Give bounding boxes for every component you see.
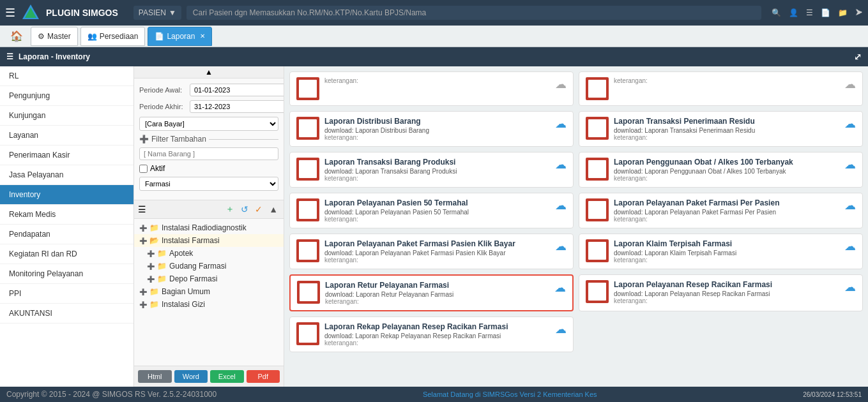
sidebar-item-jasa-pelayanan[interactable]: Jasa Pelayanan xyxy=(0,165,133,185)
tree-check-button[interactable]: ✓ xyxy=(253,204,264,215)
cloud-download-icon-8[interactable]: ☁ xyxy=(554,281,566,295)
report-info-klik-bayar: Laporan Pelayanan Paket Farmasi Pasien K… xyxy=(324,239,550,264)
sidebar-item-pendapatan[interactable]: Pendapatan xyxy=(0,225,133,244)
farmasi-select[interactable]: Farmasi xyxy=(139,177,278,191)
report-title-klik-bayar: Laporan Pelayanan Paket Farmasi Pasien K… xyxy=(324,239,550,248)
export-html-button[interactable]: Html xyxy=(138,370,172,383)
report-download-penggunaan-obat: download: Laporan Penggunaan Obat / Alke… xyxy=(614,168,839,175)
user-add-icon[interactable]: 👤 xyxy=(789,8,798,17)
search-icon[interactable]: 🔍 xyxy=(772,8,781,17)
pasien-selector[interactable]: PASIEN ▼ xyxy=(133,6,181,20)
scroll-up-indicator[interactable]: ▲ xyxy=(134,66,284,78)
cloud-download-icon-1[interactable]: ☁ xyxy=(844,117,856,131)
sidebar-item-monitoring-pelayanan[interactable]: Monitoring Pelayanan xyxy=(0,264,133,284)
file-icon[interactable]: 📄 xyxy=(821,8,830,17)
tree-node-instalasi-radiodiagnostik[interactable]: ➕ 📁 Instalasi Radiodiagnostik xyxy=(134,221,284,234)
tree-node-gudang-farmasi[interactable]: ➕ 📁 Gudang Farmasi xyxy=(134,260,284,272)
report-action-penggunaan-obat[interactable]: ☁ xyxy=(844,158,856,172)
aktif-checkbox[interactable] xyxy=(139,165,148,173)
report-keterangan-retur: keterangan: xyxy=(325,298,549,305)
hamburger-icon[interactable]: ☰ xyxy=(5,6,15,20)
report-action-retur[interactable]: ☁ xyxy=(554,281,566,295)
report-action-resep-racikan[interactable]: ☁ xyxy=(844,280,856,294)
periode-awal-input[interactable] xyxy=(190,84,284,96)
export-pdf-button[interactable]: Pdf xyxy=(247,370,280,383)
cloud-download-icon-0[interactable]: ☁ xyxy=(555,117,567,131)
report-thumb-klik-bayar xyxy=(296,239,319,262)
search-placeholder: Cari Pasien dgn Memasukkan No.RM/No.KTP/… xyxy=(193,8,426,17)
sidebar-item-kegiatan-ri-rd[interactable]: Kegiatan RI dan RD xyxy=(0,244,133,264)
nama-barang-input[interactable] xyxy=(139,147,278,160)
report-action-distribusi[interactable]: ☁ xyxy=(555,117,567,131)
sidebar-item-layanan[interactable]: Layanan xyxy=(0,126,133,145)
export-word-button[interactable]: Word xyxy=(174,370,208,383)
tree-node-apotek[interactable]: ➕ 📁 Apotek xyxy=(134,247,284,260)
home-button[interactable]: 🏠 xyxy=(5,27,28,45)
expand-icon[interactable]: ⤢ xyxy=(854,52,862,62)
search-bar[interactable]: Cari Pasien dgn Memasukkan No.RM/No.KTP/… xyxy=(187,6,761,20)
sidebar-item-inventory[interactable]: Inventory xyxy=(0,185,133,205)
tree-up-button[interactable]: ▲ xyxy=(267,204,280,215)
tree-add-button[interactable]: ＋ xyxy=(224,203,236,216)
sidebar-item-rekam-medis[interactable]: Rekam Medis xyxy=(0,205,133,225)
report-card-partial-left: keterangan: ☁ xyxy=(289,71,574,106)
sidebar-item-rl[interactable]: RL xyxy=(0,66,133,86)
left-sidebar: RL Pengunjung Kunjungan Layanan Penerima… xyxy=(0,66,134,387)
tree-node-instalasi-farmasi[interactable]: ➕ 📂 Instalasi Farmasi xyxy=(134,234,284,247)
cloud-download-icon-pl[interactable]: ☁ xyxy=(555,77,567,91)
cloud-download-icon-3[interactable]: ☁ xyxy=(844,158,856,172)
report-thumb-partial-right xyxy=(586,77,609,100)
report-action-paket-farmasi[interactable]: ☁ xyxy=(844,198,856,212)
tab-laporan-close[interactable]: ✕ xyxy=(200,33,205,40)
report-action-rekap-racikan[interactable]: ☁ xyxy=(555,322,567,336)
export-excel-button[interactable]: Excel xyxy=(210,370,244,383)
cloud-download-icon-5[interactable]: ☁ xyxy=(844,198,856,212)
tree-node-instalasi-gizi[interactable]: ➕ 📁 Instalasi Gizi xyxy=(134,298,284,311)
sidebar-item-ppi[interactable]: PPI xyxy=(0,284,133,304)
report-action-penerimaan-residu[interactable]: ☁ xyxy=(844,117,856,131)
sidebar-item-penerimaan-kasir[interactable]: Penerimaan Kasir xyxy=(0,145,133,165)
cloud-download-icon-2[interactable]: ☁ xyxy=(555,158,567,172)
folder-icon-0: 📁 xyxy=(149,223,159,232)
report-info-pasien-50: Laporan Pelayanan Pasien 50 Termahal dow… xyxy=(324,198,550,223)
tab-master[interactable]: ⚙ Master xyxy=(31,27,78,46)
report-action-barang-produksi[interactable]: ☁ xyxy=(555,158,567,172)
tab-laporan[interactable]: 📄 Laporan ✕ xyxy=(148,27,212,46)
sidebar-item-kunjungan[interactable]: Kunjungan xyxy=(0,106,133,126)
report-keterangan-distribusi: keterangan: xyxy=(324,134,550,141)
report-download-pasien-50: download: Laporan Pelayanan Pasien 50 Te… xyxy=(324,209,550,216)
report-action-klaim-terpisah[interactable]: ☁ xyxy=(844,239,856,253)
report-download-resep-racikan: download: Laporan Pelayanan Resep Racika… xyxy=(614,290,839,297)
report-keterangan-penggunaan-obat: keterangan: xyxy=(614,175,839,182)
section-title: Laporan - Inventory xyxy=(19,52,90,61)
logout-icon[interactable]: ⮞ xyxy=(855,8,863,17)
logo-container xyxy=(20,3,41,23)
report-action-partial-right[interactable]: ☁ xyxy=(844,77,856,91)
cara-bayar-select[interactable]: [Cara Bayar] xyxy=(139,117,278,131)
report-action-klik-bayar[interactable]: ☁ xyxy=(555,239,567,253)
folder-icon[interactable]: 📁 xyxy=(838,8,848,17)
periode-akhir-input[interactable] xyxy=(190,100,284,113)
list-view-icon[interactable]: ☰ xyxy=(138,204,146,214)
tab-persediaan[interactable]: 👥 Persediaan xyxy=(80,27,146,46)
tree-node-bagian-umum[interactable]: ➕ 📁 Bagian Umum xyxy=(134,285,284,298)
cloud-download-icon-pr[interactable]: ☁ xyxy=(844,77,856,91)
cloud-download-icon-4[interactable]: ☁ xyxy=(555,198,567,212)
add-plus-icon-3: ➕ xyxy=(147,263,155,270)
footer-copyright: Copyright © 2015 - 2024 @ SIMGOS RS Ver.… xyxy=(6,390,217,399)
list-icon[interactable]: ☰ xyxy=(806,8,813,17)
report-action-pasien-50[interactable]: ☁ xyxy=(555,198,567,212)
tree-node-depo-farmasi[interactable]: ➕ 📁 Depo Farmasi xyxy=(134,272,284,285)
pasien-label: PASIEN xyxy=(139,8,166,17)
report-info-retur: Laporan Retur Pelayanan Farmasi download… xyxy=(325,281,549,305)
cloud-download-icon-6[interactable]: ☁ xyxy=(555,239,567,253)
sidebar-item-akuntansi[interactable]: AKUNTANSI xyxy=(0,304,133,324)
report-thumb-penerimaan-residu xyxy=(586,117,609,140)
report-action-partial-left[interactable]: ☁ xyxy=(555,77,567,91)
cloud-download-icon-7[interactable]: ☁ xyxy=(844,239,856,253)
master-tab-icon: ⚙ xyxy=(38,32,45,41)
cloud-download-icon-10[interactable]: ☁ xyxy=(555,322,567,336)
tree-refresh-button[interactable]: ↺ xyxy=(239,204,250,215)
sidebar-item-pengunjung[interactable]: Pengunjung xyxy=(0,86,133,106)
cloud-download-icon-9[interactable]: ☁ xyxy=(844,280,856,294)
